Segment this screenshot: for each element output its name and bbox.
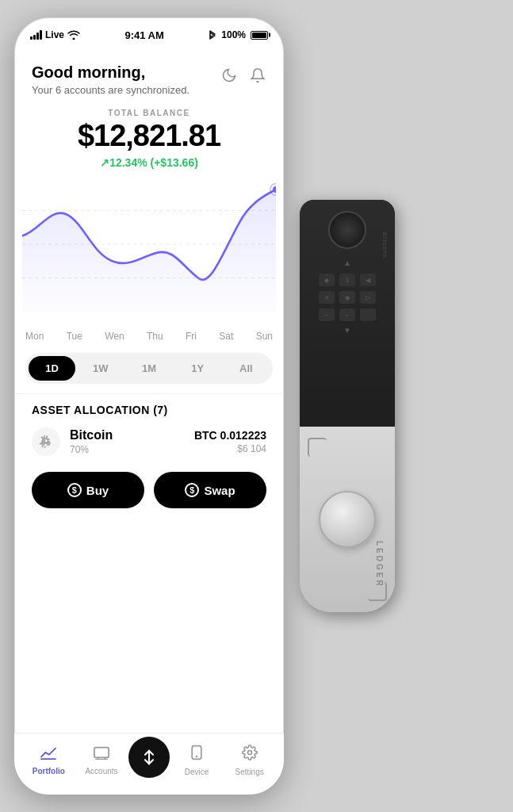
battery-fill xyxy=(252,33,266,38)
ledger-top-button xyxy=(328,211,366,249)
chart-svg xyxy=(22,177,276,312)
bottom-nav: Portfolio Accounts xyxy=(14,733,284,795)
buy-button[interactable]: $ Buy xyxy=(32,472,144,508)
nav-portfolio[interactable]: Portfolio xyxy=(22,745,75,776)
notification-icon[interactable] xyxy=(249,67,266,84)
ledger-key-6: ▷ xyxy=(360,291,376,304)
period-selector: 1D 1W 1M 1Y All xyxy=(25,353,273,384)
asset-value-bitcoin: $6 104 xyxy=(194,443,266,454)
asset-section: ASSET ALLOCATION (7) Bitcoin 70% BTC 0.0… xyxy=(14,404,284,456)
balance-label: TOTAL BALANCE xyxy=(32,109,266,117)
ledger-key-9 xyxy=(360,308,376,321)
asset-row-bitcoin[interactable]: Bitcoin 70% BTC 0.012223 $6 104 xyxy=(32,427,266,456)
device-icon xyxy=(189,745,205,764)
theme-icon[interactable] xyxy=(220,67,238,84)
carrier-label: Live xyxy=(45,29,64,40)
transfer-button[interactable] xyxy=(128,737,170,778)
period-1w[interactable]: 1W xyxy=(77,356,124,381)
header-icons xyxy=(220,67,266,84)
ledger-key-7: + xyxy=(319,308,335,321)
chart-area xyxy=(14,177,284,327)
status-bar: Live 9:41 AM 100% xyxy=(14,17,284,52)
bitcoin-icon xyxy=(32,427,60,456)
ledger-corner-br xyxy=(368,582,387,601)
asset-info-bitcoin: Bitcoin 70% xyxy=(70,428,113,455)
ledger-bottom: LEDGER xyxy=(300,427,395,612)
buy-icon: $ xyxy=(67,483,82,497)
divider xyxy=(14,393,284,394)
ledger-key-8: ⌐ xyxy=(339,308,355,321)
svg-rect-6 xyxy=(94,747,109,757)
swap-button[interactable]: $ Swap xyxy=(154,472,266,508)
bluetooth-icon xyxy=(209,29,216,40)
day-fri: Fri xyxy=(186,331,197,342)
header-section: Good morning, Your 6 accounts are synchr… xyxy=(14,52,284,104)
ledger-corner-tl xyxy=(308,438,327,457)
nav-settings-label: Settings xyxy=(235,768,264,776)
ledger-top: ▲ ◆ ₿ ◀ ✕ ◆ ▷ + ⌐ ▼ Bitcoin xyxy=(300,200,395,427)
swap-label: Swap xyxy=(204,484,235,497)
accounts-icon xyxy=(93,745,110,764)
nav-accounts-label: Accounts xyxy=(85,767,117,776)
svg-point-13 xyxy=(247,750,251,754)
period-1y[interactable]: 1Y xyxy=(174,356,221,381)
ledger-key-3: ◀ xyxy=(360,274,376,286)
greeting: Good morning, Your 6 accounts are synchr… xyxy=(32,63,190,96)
nav-settings[interactable]: Settings xyxy=(223,745,276,776)
signal-bars xyxy=(30,30,42,40)
nav-center xyxy=(128,737,170,784)
day-thu: Thu xyxy=(147,331,163,342)
balance-section: TOTAL BALANCE $12,821.81 ↗12.34% (+$13.6… xyxy=(14,104,284,177)
greeting-title: Good morning, xyxy=(32,63,190,82)
status-time: 9:41 AM xyxy=(124,29,163,41)
buy-label: Buy xyxy=(86,484,109,497)
nav-device-label: Device xyxy=(185,768,209,776)
ledger-key-1: ◆ xyxy=(319,274,335,286)
asset-pct-bitcoin: 70% xyxy=(70,444,113,455)
action-buttons: $ Buy $ Swap xyxy=(14,459,284,516)
balance-amount: $12,821.81 xyxy=(32,119,266,153)
phone-content: Good morning, Your 6 accounts are synchr… xyxy=(14,52,284,739)
nav-accounts[interactable]: Accounts xyxy=(75,745,128,776)
status-left: Live xyxy=(30,29,80,40)
day-labels: Mon Tue Wen Thu Fri Sat Sun xyxy=(14,327,284,342)
wifi-icon xyxy=(67,30,80,40)
day-mon: Mon xyxy=(25,331,44,342)
asset-right-bitcoin: BTC 0.012223 $6 104 xyxy=(194,429,266,454)
battery-pct: 100% xyxy=(221,29,246,40)
ledger-key-2: ₿ xyxy=(339,274,355,286)
ledger-bitcoin-text: Bitcoin xyxy=(381,232,389,259)
asset-left-bitcoin: Bitcoin 70% xyxy=(32,427,113,456)
ledger-up-arrow: ▲ xyxy=(343,259,351,267)
asset-allocation-title: ASSET ALLOCATION (7) xyxy=(32,404,266,416)
day-tue: Tue xyxy=(67,331,82,342)
day-sat: Sat xyxy=(219,331,233,342)
ledger-keys: ◆ ₿ ◀ ✕ ◆ ▷ + ⌐ xyxy=(309,274,385,321)
portfolio-icon xyxy=(40,745,57,764)
ledger-wheel xyxy=(319,491,376,548)
ledger-device: ▲ ◆ ₿ ◀ ✕ ◆ ▷ + ⌐ ▼ Bitcoin LEDGER xyxy=(300,200,395,612)
swap-icon: $ xyxy=(185,483,199,497)
phone-shell: Live 9:41 AM 100% Good morning, xyxy=(14,17,284,795)
ledger-key-4: ✕ xyxy=(319,291,335,304)
battery-icon xyxy=(251,31,268,40)
period-1m[interactable]: 1M xyxy=(125,356,172,381)
ledger-key-5: ◆ xyxy=(339,291,355,304)
status-right: 100% xyxy=(209,29,268,40)
asset-name-bitcoin: Bitcoin xyxy=(70,428,113,442)
nav-portfolio-label: Portfolio xyxy=(33,767,65,776)
period-1d[interactable]: 1D xyxy=(29,356,75,381)
day-wen: Wen xyxy=(105,331,124,342)
balance-change: ↗12.34% (+$13.66) xyxy=(32,156,266,169)
settings-icon xyxy=(242,745,258,764)
day-sun: Sun xyxy=(256,331,273,342)
asset-amount-bitcoin: BTC 0.012223 xyxy=(194,429,266,442)
period-all[interactable]: All xyxy=(223,356,270,381)
nav-device[interactable]: Device xyxy=(170,745,224,776)
greeting-subtitle: Your 6 accounts are synchronized. xyxy=(32,84,190,96)
ledger-down-arrow: ▼ xyxy=(343,326,351,335)
